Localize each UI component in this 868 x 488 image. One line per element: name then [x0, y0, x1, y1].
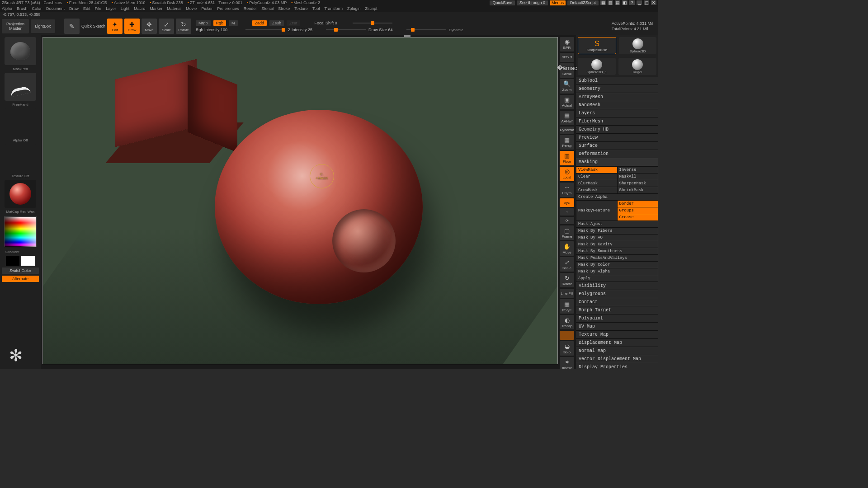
growmask-button[interactable]: GrowMask	[576, 187, 617, 193]
default-zscript[interactable]: DefaultZScript	[567, 0, 599, 5]
linefill-button[interactable]: Line Fill	[560, 289, 574, 298]
mask-by-ao[interactable]: Mask By AO	[576, 235, 658, 241]
m-button[interactable]: M	[229, 20, 238, 26]
acc-geometryhd[interactable]: Geometry HD	[576, 126, 658, 134]
mask-by-color[interactable]: Mask By Color	[576, 262, 658, 268]
scroll-button[interactable]: �ămасScroll	[560, 63, 574, 78]
layout-b-icon[interactable]: ▥	[608, 0, 613, 5]
color-picker[interactable]	[4, 216, 37, 247]
xpose-button[interactable]: ✶Xpose	[560, 357, 574, 369]
mask-by-fibers[interactable]: Mask By Fibers	[576, 228, 658, 234]
apply-button[interactable]: Apply	[576, 275, 658, 282]
transp-button[interactable]: ◐Transp	[560, 315, 574, 329]
create-alpha-button[interactable]: Create Alpha	[576, 194, 658, 200]
acc-surface[interactable]: Surface	[576, 142, 658, 150]
acc-layers[interactable]: Layers	[576, 109, 658, 117]
blurmask-button[interactable]: BlurMask	[576, 180, 617, 187]
scale-view-button[interactable]: ⤢Scale	[560, 257, 574, 272]
border-button[interactable]: Border	[618, 201, 658, 207]
acc-subtool[interactable]: SubTool	[576, 77, 658, 85]
axis-y[interactable]: ↕	[560, 208, 574, 216]
z-intensity-label[interactable]: Z Intensity 25	[288, 28, 323, 32]
acc-displayprops[interactable]: Display Properties	[576, 363, 658, 369]
viewmask-button[interactable]: ViewMask	[576, 167, 617, 173]
menu-layer[interactable]: Layer	[106, 6, 116, 11]
tool-slot-sphere3d-1[interactable]: Sphere3D_1	[578, 58, 616, 75]
rotate-view-button[interactable]: ↻Rotate	[560, 273, 574, 287]
groups-button[interactable]: Groups	[618, 207, 658, 214]
acc-polypaint[interactable]: Polypaint	[576, 314, 658, 323]
edit-mode-button[interactable]: ✦Edit	[107, 19, 123, 34]
alpha-swatch[interactable]	[5, 108, 36, 136]
switchcolor-button[interactable]: SwitchColor	[2, 267, 39, 274]
maximize-icon[interactable]: ▢	[644, 0, 649, 5]
tool-slot-sphere3d[interactable]: Sphere3D	[619, 37, 656, 54]
axis-z[interactable]: ⟳	[560, 217, 574, 224]
zsub-button[interactable]: Zsub	[269, 20, 284, 26]
lightbox-button[interactable]: LightBox	[31, 19, 55, 33]
zadd-button[interactable]: Zadd	[252, 20, 267, 26]
layout-c-icon[interactable]: ▤	[615, 0, 620, 5]
scale-mode-button[interactable]: ⤢Scale	[159, 19, 174, 34]
acc-masking[interactable]: Masking	[576, 158, 658, 166]
menu-picker[interactable]: Picker	[201, 6, 212, 11]
projection-master-button[interactable]: Projection Master	[2, 19, 29, 33]
z-intensity-slider[interactable]	[326, 29, 366, 30]
acc-fibermesh[interactable]: FiberMesh	[576, 117, 658, 126]
mask-by-cavity[interactable]: Mask By Cavity	[576, 241, 658, 248]
quicksketch-button[interactable]: ✎	[64, 19, 80, 34]
help-icon[interactable]: ?	[629, 0, 635, 5]
close-icon[interactable]: ✕	[651, 0, 656, 5]
dyn-ghost[interactable]	[560, 331, 574, 340]
inverse-button[interactable]: Inverse	[618, 167, 658, 173]
rgb-button[interactable]: Rgb	[213, 20, 226, 26]
menu-macro[interactable]: Macro	[134, 6, 145, 11]
acc-geometry[interactable]: Geometry	[576, 85, 658, 93]
pin-icon[interactable]: ◧	[622, 0, 627, 5]
brush-swatch[interactable]	[5, 37, 36, 65]
acc-texturemap[interactable]: Texture Map	[576, 331, 658, 339]
seethrough-slider[interactable]: See-through 0	[517, 0, 548, 5]
focal-shift-slider[interactable]	[353, 23, 392, 23]
dynamic-label[interactable]: Dynamic	[449, 28, 463, 32]
acc-visibility[interactable]: Visibility	[576, 282, 658, 290]
local-button[interactable]: ◎Local	[560, 167, 574, 181]
dynamic-toggle[interactable]: Dynamic	[560, 127, 574, 134]
menu-stroke[interactable]: Stroke	[278, 6, 290, 11]
acc-nanomesh[interactable]: NanoMesh	[576, 101, 658, 109]
menu-zscript[interactable]: Zscript	[365, 6, 377, 11]
acc-normalmap[interactable]: Normal Map	[576, 347, 658, 355]
rgb-intensity-label[interactable]: Rgb Intensity 100	[196, 28, 243, 32]
aahalf-button[interactable]: ▤AAHalf	[560, 111, 574, 125]
menu-tool[interactable]: Tool	[312, 6, 320, 11]
mask-by-alpha[interactable]: Mask By Alpha	[576, 268, 658, 275]
draw-mode-button[interactable]: ✚Draw	[124, 19, 140, 34]
tool-slot-simplebrush[interactable]: SSimpleBrush	[578, 37, 616, 54]
tool-slot-kugel[interactable]: Kugel	[618, 58, 656, 75]
clear-button[interactable]: Clear	[576, 174, 617, 180]
menu-document[interactable]: Document	[46, 6, 65, 11]
zcut-button[interactable]: Zcut	[287, 20, 300, 26]
actual-button[interactable]: ▣Actual	[560, 95, 574, 109]
menu-alpha[interactable]: Alpha	[2, 6, 12, 11]
persp-button[interactable]: ▦Persp	[560, 135, 574, 150]
maskall-button[interactable]: MaskAll	[618, 174, 658, 180]
bpr-button[interactable]: ◉BPR	[560, 37, 574, 52]
mask-by-smoothness[interactable]: Mask By Smoothness	[576, 248, 658, 254]
menu-file[interactable]: File	[95, 6, 102, 11]
crease-button[interactable]: Crease	[618, 214, 658, 221]
acc-arraymesh[interactable]: ArrayMesh	[576, 93, 658, 101]
material-swatch[interactable]	[5, 180, 36, 208]
polyf-button[interactable]: ▦PolyF	[560, 299, 574, 314]
acc-vectordisp[interactable]: Vector Displacement Map	[576, 355, 658, 363]
menu-transform[interactable]: Transform	[324, 6, 343, 11]
move-view-button[interactable]: ✋Move	[560, 241, 574, 256]
spix-button[interactable]: SPix 3	[560, 53, 574, 62]
solo-button[interactable]: ◒Solo	[560, 341, 574, 356]
menu-preferences[interactable]: Preferences	[217, 6, 239, 11]
mask-peaks-valleys[interactable]: Mask PeaksAndValleys	[576, 255, 658, 261]
menu-zplugin[interactable]: Zplugin	[347, 6, 361, 11]
rotate-mode-button[interactable]: ↻Rotate	[176, 19, 191, 34]
xyz-button[interactable]: xyz	[560, 198, 574, 207]
viewport[interactable]: C. +MASK	[42, 37, 558, 364]
